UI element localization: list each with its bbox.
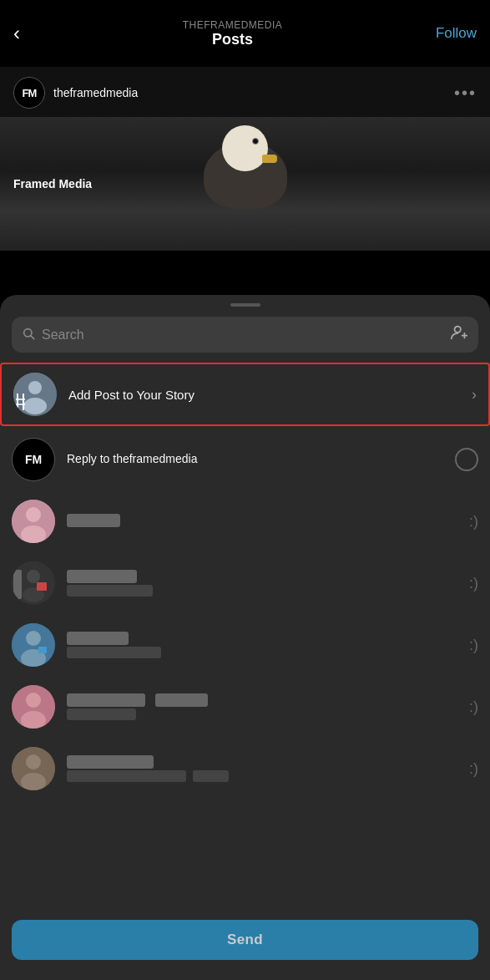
svg-point-21 <box>26 631 41 646</box>
dm-avatar-2 <box>12 561 55 605</box>
dm-emoji-1: :) <box>469 513 478 531</box>
chevron-right-icon: › <box>472 386 477 404</box>
dm-info-3 <box>67 632 469 658</box>
eagle-eye <box>252 138 259 145</box>
dm-row-5[interactable]: :) <box>0 739 490 799</box>
send-button-wrap: Send <box>0 911 490 980</box>
dm-row-2[interactable]: :) <box>0 553 490 613</box>
post-username: theframedmedia <box>53 86 138 99</box>
svg-point-25 <box>26 693 41 708</box>
header-title: Posts <box>47 31 418 48</box>
dm-name-3 <box>67 632 469 645</box>
dm-sub-2 <box>67 585 469 597</box>
svg-rect-23 <box>38 647 47 653</box>
back-button[interactable]: ‹ <box>13 22 47 45</box>
dm-emoji-4: :) <box>469 698 478 716</box>
add-people-icon[interactable] <box>450 323 468 346</box>
search-icon <box>22 327 35 343</box>
svg-point-7 <box>23 398 47 414</box>
svg-point-28 <box>26 754 41 769</box>
svg-point-29 <box>21 773 46 790</box>
dm-sub-5 <box>67 770 469 782</box>
eagle-head <box>222 125 268 171</box>
dm-sub-3 <box>67 647 469 658</box>
dm-info-1 <box>67 514 469 529</box>
add-story-row[interactable]: Add Post to Your Story › <box>0 363 490 426</box>
post-image: Framed Media <box>0 117 490 251</box>
svg-rect-16 <box>13 570 22 599</box>
dm-sub-4 <box>67 708 469 720</box>
dm-name-1 <box>67 514 469 527</box>
post-user-left: FM theframedmedia <box>13 77 138 109</box>
dm-emoji-3: :) <box>469 637 478 654</box>
svg-point-2 <box>455 327 461 333</box>
reply-select[interactable] <box>455 448 478 471</box>
reply-info: Reply to theframedmedia <box>67 452 455 467</box>
add-story-label: Add Post to Your Story <box>68 388 472 402</box>
dm-row-3[interactable]: :) <box>0 615 490 675</box>
reply-avatar: FM <box>12 438 55 481</box>
dm-avatar-5 <box>12 747 55 790</box>
dm-row-1[interactable]: :) <box>0 491 490 551</box>
send-button[interactable]: Send <box>12 920 478 960</box>
dm-emoji-2: :) <box>469 575 478 592</box>
header-subtitle: THEFRAMEDMEDIA <box>47 19 418 31</box>
search-bar[interactable]: Search <box>12 317 478 353</box>
dm-name-2 <box>67 570 469 583</box>
eagle-graphic <box>187 125 304 234</box>
header-center: THEFRAMEDMEDIA Posts <box>47 19 418 48</box>
story-avatar <box>13 373 57 416</box>
svg-line-1 <box>31 336 34 339</box>
reply-row[interactable]: FM Reply to theframedmedia <box>0 429 490 490</box>
svg-point-13 <box>26 507 41 522</box>
dm-emoji-5: :) <box>469 760 478 778</box>
reply-label: Reply to theframedmedia <box>67 452 455 465</box>
dm-row-4[interactable]: :) <box>0 677 490 737</box>
dm-info-5 <box>67 755 469 782</box>
post-user-row: FM theframedmedia ••• <box>0 67 490 119</box>
post-more-button[interactable]: ••• <box>454 84 477 103</box>
post-avatar: FM <box>13 77 45 109</box>
post-caption: Framed Media <box>13 177 92 190</box>
header: ‹ THEFRAMEDMEDIA Posts Follow <box>0 0 490 67</box>
dm-info-4 <box>67 693 469 720</box>
post-area: FM theframedmedia ••• Framed Media <box>0 67 490 251</box>
share-sheet: Search Add Pos <box>0 295 490 980</box>
svg-point-26 <box>21 711 46 729</box>
svg-point-17 <box>27 570 40 583</box>
sheet-handle <box>230 303 260 307</box>
search-input[interactable]: Search <box>42 328 443 343</box>
eagle-beak <box>262 155 277 163</box>
svg-point-6 <box>28 381 42 394</box>
dm-name-5 <box>67 755 469 769</box>
dm-name-4 <box>67 693 469 707</box>
dm-info-2 <box>67 570 469 597</box>
dm-avatar-4 <box>12 685 55 729</box>
follow-button[interactable]: Follow <box>418 25 477 42</box>
svg-point-14 <box>21 526 46 543</box>
svg-rect-19 <box>37 582 47 591</box>
dm-avatar-3 <box>12 623 55 667</box>
post-caption-area: Framed Media <box>0 171 105 196</box>
dm-avatar-1 <box>12 500 55 543</box>
